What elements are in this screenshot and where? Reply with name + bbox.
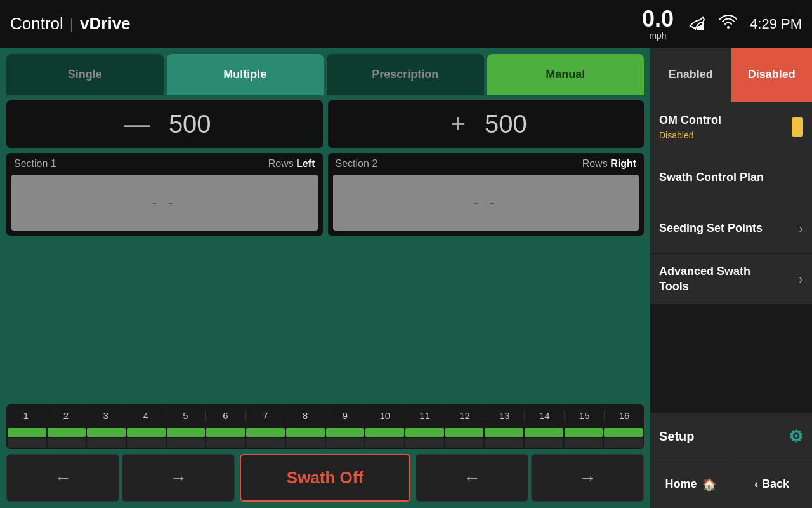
- om-control-status: Disabled: [659, 130, 721, 140]
- value-right: 500: [485, 110, 527, 138]
- seeding-set-points-label: Seeding Set Points: [659, 221, 763, 236]
- tab-single[interactable]: Single: [6, 54, 164, 95]
- back-chevron-icon: ‹: [754, 478, 758, 491]
- swath-control-plan-label: Swath Control Plan: [659, 170, 764, 185]
- tab-multiple[interactable]: Multiple: [167, 54, 324, 95]
- channel-ind-green-16: [604, 428, 643, 437]
- back-label: Back: [762, 478, 789, 491]
- value-box-left: — 500: [6, 100, 323, 148]
- topbar-right: 0.0 mph 4:29 PM: [642, 8, 802, 41]
- seeding-set-points-item[interactable]: Seeding Set Points ›: [650, 203, 812, 254]
- channel-ind-green-14: [525, 428, 563, 437]
- channel-ind-green-5: [167, 428, 206, 437]
- channel-num-10: 10: [365, 410, 405, 421]
- channel-num-14: 14: [525, 410, 565, 421]
- app-name: Control: [10, 14, 63, 34]
- section-2-dashes: - -: [473, 194, 498, 211]
- mode-tabs: Single Multiple Prescription Manual: [0, 48, 650, 95]
- speed-value: 0.0: [642, 8, 674, 30]
- home-button[interactable]: Home 🏠: [650, 460, 731, 508]
- back-button[interactable]: ‹ Back: [731, 460, 812, 508]
- section-2-display: - -: [333, 175, 639, 231]
- channel-num-7: 7: [246, 410, 285, 421]
- om-control-content: OM Control Disabled: [659, 113, 721, 140]
- channel-ind-green-2: [48, 428, 86, 437]
- topbar: Control | vDrive 0.0 mph: [0, 0, 812, 48]
- nav-right-2-button[interactable]: →: [531, 454, 644, 502]
- channel-ind-dark-12: [445, 438, 484, 448]
- channel-num-11: 11: [405, 410, 445, 421]
- increment-right-button[interactable]: +: [445, 110, 472, 138]
- nav-group-right: ← →: [416, 454, 644, 502]
- channel-num-3: 3: [86, 410, 126, 421]
- nav-left-2-button[interactable]: ←: [416, 454, 528, 502]
- channel-ind-green-4: [127, 428, 166, 437]
- value-controls: — 500 + 500: [6, 100, 644, 148]
- content-area: — 500 + 500 Section 1 Rows Left: [0, 95, 650, 508]
- advanced-swath-chevron-icon: ›: [799, 272, 803, 286]
- home-label: Home: [665, 478, 697, 491]
- channel-ind-green-1: [8, 428, 46, 437]
- channel-num-9: 9: [325, 410, 365, 421]
- channel-numbers: 12345678910111213141516: [6, 404, 644, 427]
- section-2-rows: Rows Right: [582, 158, 636, 170]
- channel-ind-dark-11: [405, 438, 444, 448]
- advanced-swath-tools-label: Advanced Swath Tools: [659, 264, 750, 294]
- svg-rect-3: [700, 25, 702, 30]
- om-control-item[interactable]: OM Control Disabled: [650, 102, 812, 152]
- channel-ind-green-11: [405, 428, 444, 437]
- nav-left-1-button[interactable]: ←: [6, 454, 119, 502]
- channel-ind-green-12: [445, 428, 484, 437]
- gear-icon: ⚙: [789, 427, 803, 446]
- channel-ind-dark-14: [525, 438, 563, 448]
- toggle-row: Enabled Disabled: [650, 48, 812, 102]
- channel-num-5: 5: [166, 410, 206, 421]
- tab-prescription[interactable]: Prescription: [327, 54, 484, 95]
- home-back-row: Home 🏠 ‹ Back: [650, 460, 812, 508]
- module-name: vDrive: [80, 14, 131, 34]
- channel-num-13: 13: [485, 410, 525, 421]
- om-control-toggle: [792, 117, 803, 137]
- section-1-rows: Rows Left: [268, 158, 315, 170]
- arrow-left-2-icon: ←: [463, 468, 481, 488]
- channel-num-4: 4: [126, 410, 166, 421]
- setup-button[interactable]: Setup ⚙: [650, 413, 812, 460]
- channel-ind-dark-15: [565, 438, 603, 448]
- channel-ind-green-3: [87, 428, 126, 437]
- swath-off-button[interactable]: Swath Off: [240, 454, 410, 502]
- channel-num-15: 15: [565, 410, 605, 421]
- channel-ind-dark-10: [365, 438, 404, 448]
- section-2-box: Section 2 Rows Right - -: [328, 153, 645, 236]
- toggle-indicator: [792, 117, 803, 137]
- nav-right-1-button[interactable]: →: [122, 454, 235, 502]
- enabled-button[interactable]: Enabled: [650, 48, 731, 102]
- om-control-label: OM Control: [659, 113, 721, 128]
- channel-num-8: 8: [285, 410, 325, 421]
- channel-ind-dark-4: [127, 438, 166, 448]
- main-layout: Single Multiple Prescription Manual — 50…: [0, 48, 812, 508]
- spacer: [650, 305, 812, 413]
- channel-ind-dark-9: [326, 438, 365, 448]
- left-panel: Single Multiple Prescription Manual — 50…: [0, 48, 650, 508]
- channel-ind-green-13: [485, 428, 523, 437]
- separator: |: [70, 15, 74, 33]
- section-2-header: Section 2 Rows Right: [328, 153, 645, 175]
- channel-ind-green-9: [326, 428, 365, 437]
- right-sidebar: Enabled Disabled OM Control Disabled Swa…: [650, 48, 812, 508]
- section-1-header: Section 1 Rows Left: [6, 153, 323, 175]
- svg-rect-1: [697, 27, 698, 30]
- channel-ind-dark-6: [206, 438, 245, 448]
- decrement-left-button[interactable]: —: [118, 110, 156, 138]
- channels-row: 12345678910111213141516: [6, 404, 644, 449]
- time-display: 4:29 PM: [750, 16, 802, 32]
- tab-manual[interactable]: Manual: [487, 54, 645, 95]
- channel-ind-green-7: [246, 428, 285, 437]
- value-box-right: + 500: [328, 100, 645, 148]
- channel-ind-dark-8: [286, 438, 325, 448]
- arrow-left-1-icon: ←: [54, 468, 72, 488]
- svg-rect-4: [702, 23, 704, 30]
- disabled-button[interactable]: Disabled: [731, 48, 813, 102]
- swath-control-plan-item[interactable]: Swath Control Plan: [650, 152, 812, 203]
- topbar-left: Control | vDrive: [10, 14, 131, 34]
- advanced-swath-tools-item[interactable]: Advanced Swath Tools ›: [650, 254, 812, 305]
